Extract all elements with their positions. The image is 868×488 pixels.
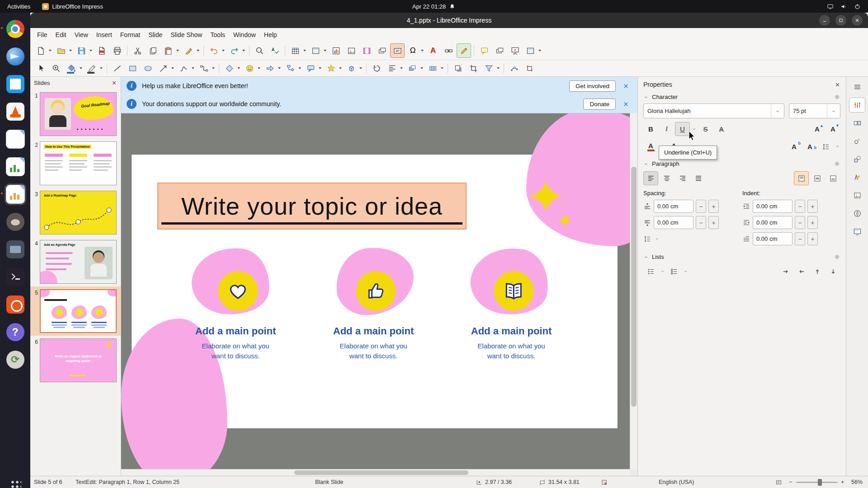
find-replace-button[interactable]	[252, 43, 267, 58]
align-right-button[interactable]	[675, 171, 690, 185]
toggle-shadow-button[interactable]: A	[714, 122, 729, 136]
block-arrows-button[interactable]	[263, 61, 282, 75]
hyperlink-button[interactable]	[441, 43, 456, 58]
menu-slide[interactable]: Slide	[144, 29, 166, 40]
paragraph-section-header[interactable]: Paragraph	[643, 158, 840, 169]
align-top-button[interactable]	[794, 171, 809, 185]
infobar-close-button[interactable]	[619, 83, 632, 89]
open-button[interactable]	[54, 43, 73, 58]
vertical-scrollbar[interactable]	[630, 113, 637, 469]
indent-after-field[interactable]	[753, 216, 793, 229]
indent-before-decrease[interactable]: −	[795, 200, 805, 213]
font-size-dropdown-button[interactable]	[827, 104, 836, 118]
document-modified-indicator[interactable]	[601, 476, 608, 488]
increase-font-size-button[interactable]: A▲	[810, 122, 825, 136]
select-tool-button[interactable]	[33, 61, 48, 75]
status-language[interactable]: English (USA)	[659, 476, 694, 488]
export-pdf-button[interactable]	[94, 43, 109, 58]
menu-format[interactable]: Format	[116, 29, 144, 40]
strikethrough-button[interactable]: S	[698, 122, 713, 136]
slide-thumbnail-3[interactable]: 3 Add a Roadmap Page	[30, 188, 121, 237]
dock-gimp[interactable]	[5, 211, 26, 233]
align-objects-button[interactable]	[385, 61, 404, 75]
tab-shapes[interactable]	[849, 152, 865, 167]
unordered-list-dropdown-button[interactable]	[659, 265, 665, 278]
flowchart-button[interactable]	[283, 61, 302, 75]
main-point-column-3[interactable]: Add a main point Elaborate on what you w…	[448, 247, 575, 361]
indent-after-increase[interactable]: +	[807, 216, 818, 229]
move-down-button[interactable]	[826, 264, 840, 278]
first-line-indent-field[interactable]	[753, 232, 793, 245]
insert-text-box-button[interactable]	[390, 43, 405, 58]
font-name-combobox[interactable]: Gloria Hallelujah	[643, 103, 784, 118]
align-center-button[interactable]	[659, 171, 674, 185]
rectangle-button[interactable]	[125, 61, 140, 75]
promote-button[interactable]	[794, 264, 809, 278]
main-point-body[interactable]: Elaborate on what you want to discuss.	[448, 341, 575, 361]
insert-chart-button[interactable]	[329, 43, 343, 58]
tab-master-slides[interactable]	[849, 224, 865, 239]
lists-section-header[interactable]: Lists	[643, 251, 840, 263]
close-button[interactable]	[852, 15, 863, 26]
dock-files[interactable]	[5, 239, 26, 260]
dock-libreoffice[interactable]	[5, 128, 26, 150]
clock-menu[interactable]: Apr 22 01:28	[412, 3, 456, 10]
italic-button[interactable]: I	[659, 122, 674, 136]
special-character-button[interactable]: Ω	[406, 43, 425, 58]
first-line-indent-decrease[interactable]: −	[795, 232, 805, 245]
dock-chrome[interactable]	[5, 18, 26, 40]
connectors-button[interactable]	[197, 61, 216, 75]
menu-tools[interactable]: Tools	[206, 29, 229, 40]
dock-messaging-app[interactable]	[5, 46, 26, 67]
decrease-font-size-button[interactable]: A▼	[826, 122, 840, 136]
tab-styles[interactable]	[849, 170, 865, 185]
3d-objects-button[interactable]	[344, 61, 363, 75]
donate-button[interactable]: Donate	[583, 99, 616, 110]
maximize-button[interactable]	[835, 15, 846, 26]
dock-vscode[interactable]	[5, 73, 26, 95]
character-spacing-button[interactable]	[818, 140, 833, 154]
main-point-column-2[interactable]: Add a main point Elaborate on what you w…	[310, 247, 437, 361]
curves-polygons-button[interactable]	[176, 61, 196, 75]
spacing-above-decrease[interactable]: −	[696, 200, 706, 213]
slide-layout-button[interactable]	[523, 43, 542, 58]
zoom-slider-thumb[interactable]	[818, 479, 822, 486]
font-name-dropdown-button[interactable]	[771, 104, 780, 118]
start-slideshow-button[interactable]	[508, 43, 522, 58]
dock-software-updater[interactable]: ⟳	[5, 349, 26, 371]
font-size-combobox[interactable]: 75 pt	[789, 103, 840, 118]
bold-button[interactable]: B	[643, 122, 658, 136]
image-filter-button[interactable]	[481, 61, 501, 75]
copy-button[interactable]	[146, 43, 160, 58]
save-button[interactable]	[74, 43, 94, 58]
spacing-above-increase[interactable]: +	[708, 200, 719, 213]
print-button[interactable]	[110, 43, 124, 58]
shadow-button[interactable]	[451, 61, 465, 75]
align-left-button[interactable]	[643, 171, 658, 185]
menu-window[interactable]: Window	[229, 29, 260, 40]
dock-terminal[interactable]	[5, 266, 26, 288]
callouts-button[interactable]	[303, 61, 323, 75]
menu-edit[interactable]: Edit	[52, 29, 71, 40]
glue-points-button[interactable]	[522, 61, 537, 75]
main-point-body[interactable]: Elaborate on what you want to discuss.	[310, 341, 437, 361]
rotate-button[interactable]	[369, 61, 384, 75]
properties-close-button[interactable]	[835, 82, 840, 88]
focused-app-indicator[interactable]: LibreOffice Impress	[42, 3, 103, 10]
tab-slide-transition[interactable]	[849, 116, 865, 131]
dock-vlc[interactable]	[5, 101, 26, 122]
arrange-button[interactable]	[405, 61, 425, 75]
window-titlebar[interactable]: 4_1.pptx - LibreOffice Impress	[30, 13, 868, 28]
underline-button[interactable]: U	[675, 122, 690, 136]
edit-canvas[interactable]: i Help us make LibreOffice even better! …	[121, 77, 637, 476]
minimize-button[interactable]	[819, 15, 830, 26]
superscript-button[interactable]: Ab	[787, 140, 802, 154]
sidebar-settings-button[interactable]	[849, 80, 865, 94]
tab-animation[interactable]	[849, 134, 865, 149]
horizontal-scrollbar[interactable]	[121, 469, 630, 476]
slide-thumbnail-2[interactable]: 2 How to Use This Presentation	[30, 139, 121, 188]
spelling-button[interactable]	[268, 43, 282, 58]
line-spacing-dropdown-button[interactable]	[654, 232, 660, 245]
ordered-list-dropdown-button[interactable]	[682, 265, 689, 278]
crop-button[interactable]	[466, 61, 481, 75]
